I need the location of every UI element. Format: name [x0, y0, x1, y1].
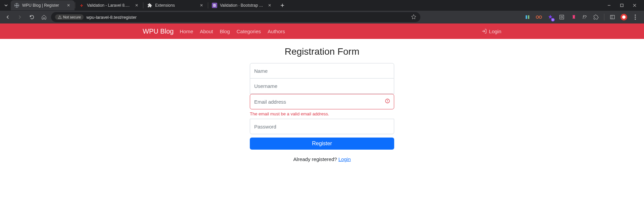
tab-title: Validation - Laravel 8.x - The PH — [87, 3, 131, 8]
reload-icon — [29, 14, 35, 20]
close-icon[interactable]: ✕ — [199, 3, 204, 8]
tab-0[interactable]: WPU Blog | Register ✕ — [11, 0, 75, 10]
tab-separator — [208, 2, 208, 8]
panel-icon — [610, 14, 615, 20]
address-bar[interactable]: Not secure wpu-laravel-8.test/register — [51, 12, 420, 22]
tab-title: Extensions — [155, 3, 196, 8]
chevron-down-icon — [4, 3, 8, 7]
globe-icon — [14, 3, 19, 8]
extensions-menu-button[interactable] — [593, 14, 599, 20]
extension-icon-6[interactable]: f? — [581, 14, 588, 20]
tab-strip: WPU Blog | Register ✕ ⟡ Validation - Lar… — [0, 0, 644, 11]
login-label: Login — [489, 29, 501, 34]
kebab-icon — [635, 14, 636, 20]
tab-title: WPU Blog | Register — [22, 3, 63, 8]
username-field-wrap — [250, 79, 394, 94]
extension-icon-2[interactable] — [536, 14, 542, 20]
tab-search-dropdown[interactable] — [1, 1, 11, 10]
puzzle-icon — [147, 3, 152, 8]
url-text: wpu-laravel-8.test/register — [86, 15, 137, 20]
arrow-left-icon — [5, 14, 11, 20]
username-input[interactable] — [250, 79, 394, 94]
site-navbar: WPU Blog Home About Blog Categories Auth… — [0, 23, 644, 39]
close-window-button[interactable] — [631, 2, 638, 9]
extension-icon-1[interactable] — [524, 14, 531, 20]
browser-chrome: WPU Blog | Register ✕ ⟡ Validation - Lar… — [0, 0, 644, 23]
form-footer: Already registered? Login — [250, 156, 394, 162]
svg-point-11 — [635, 18, 636, 19]
svg-rect-1 — [526, 15, 527, 19]
nav-link-blog[interactable]: Blog — [220, 29, 230, 34]
close-icon[interactable]: ✕ — [134, 3, 139, 8]
footer-text: Already registered? — [293, 156, 338, 162]
avatar-icon — [620, 14, 627, 20]
svg-point-9 — [635, 14, 636, 15]
profile-button[interactable] — [620, 14, 627, 20]
home-button[interactable] — [39, 12, 49, 22]
chrome-menu-button[interactable] — [632, 14, 639, 20]
svg-point-4 — [539, 16, 542, 18]
tab-title: Validation · Bootstrap v5.3 — [220, 3, 264, 8]
extension-icon-3[interactable]: 9 — [547, 14, 554, 20]
tab-3[interactable]: B Validation · Bootstrap v5.3 ✕ — [209, 0, 276, 10]
nav-link-home[interactable]: Home — [180, 29, 193, 34]
bookmark-button[interactable] — [411, 14, 416, 20]
nav-links: Home About Blog Categories Authors — [180, 29, 285, 34]
nav-link-categories[interactable]: Categories — [237, 29, 261, 34]
password-field-wrap — [250, 119, 394, 134]
extension-icons: 9 f? — [524, 14, 641, 20]
nav-link-authors[interactable]: Authors — [268, 29, 285, 34]
security-label: Not secure — [63, 15, 81, 19]
arrow-right-icon — [17, 14, 23, 20]
email-error-text: The email must be a valid email address. — [250, 111, 394, 116]
toolbar-separator — [604, 14, 604, 20]
error-icon — [385, 98, 390, 105]
svg-rect-7 — [610, 15, 614, 19]
window-controls — [601, 2, 643, 9]
puzzle-icon — [593, 14, 599, 20]
tab-separator — [143, 2, 143, 8]
nav-link-about[interactable]: About — [200, 29, 213, 34]
bootstrap-icon: B — [212, 3, 217, 8]
svg-rect-0 — [620, 4, 623, 7]
new-tab-button[interactable] — [278, 1, 287, 10]
brand[interactable]: WPU Blog — [143, 28, 174, 35]
svg-point-6 — [561, 16, 562, 18]
register-button[interactable]: Register — [250, 138, 394, 150]
password-input[interactable] — [250, 119, 394, 134]
form-title: Registration Form — [250, 46, 394, 57]
plus-icon — [280, 3, 285, 8]
star-icon — [411, 14, 416, 19]
svg-point-3 — [536, 16, 539, 18]
forward-button[interactable] — [15, 12, 25, 22]
email-input[interactable] — [250, 94, 394, 109]
extension-icon-5[interactable] — [570, 14, 577, 20]
footer-login-link[interactable]: Login — [338, 156, 351, 162]
minimize-button[interactable] — [606, 2, 612, 9]
close-icon[interactable]: ✕ — [267, 3, 272, 8]
login-link[interactable]: Login — [481, 29, 501, 34]
registration-form: Registration Form The email must be a va… — [250, 46, 394, 162]
name-input[interactable] — [250, 63, 394, 79]
svg-rect-2 — [528, 15, 529, 19]
svg-rect-5 — [560, 15, 564, 19]
reload-button[interactable] — [27, 12, 37, 22]
nav-right: Login — [481, 29, 501, 34]
page-body: Registration Form The email must be a va… — [0, 39, 644, 209]
badge: 9 — [551, 18, 555, 21]
side-panel-button[interactable] — [609, 14, 616, 20]
extension-icon-4[interactable] — [558, 14, 565, 20]
login-icon — [481, 29, 487, 34]
back-button[interactable] — [3, 12, 13, 22]
email-field-wrap — [250, 94, 394, 109]
browser-toolbar: Not secure wpu-laravel-8.test/register 9… — [0, 11, 644, 23]
tab-1[interactable]: ⟡ Validation - Laravel 8.x - The PH ✕ — [76, 0, 143, 10]
tab-separator — [75, 2, 75, 8]
svg-point-10 — [635, 16, 636, 17]
name-field-wrap — [250, 63, 394, 79]
maximize-button[interactable] — [618, 2, 625, 9]
close-icon[interactable]: ✕ — [66, 3, 71, 8]
tab-2[interactable]: Extensions ✕ — [144, 0, 208, 10]
security-chip[interactable]: Not secure — [55, 14, 84, 20]
laravel-icon: ⟡ — [79, 3, 84, 8]
